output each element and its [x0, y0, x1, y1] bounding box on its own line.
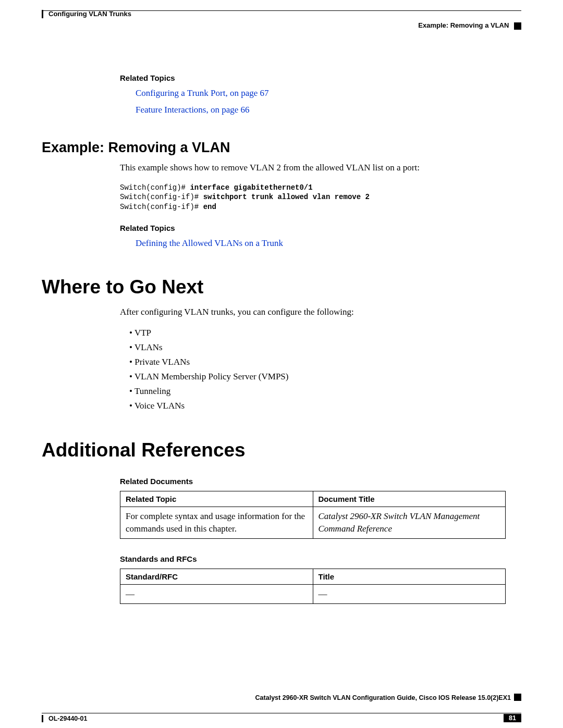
related-topics-heading: Related Topics	[120, 73, 521, 82]
code-prompt-1: Switch(config)#	[120, 183, 190, 192]
code-cmd-3: end	[203, 203, 216, 211]
footer-square-icon	[514, 694, 521, 701]
table-row: — —	[120, 585, 506, 604]
standards-rfcs-table: Standard/RFC Title — —	[120, 569, 506, 604]
list-item: VLANs	[129, 340, 521, 355]
header-section: Example: Removing a VLAN	[418, 21, 521, 30]
header-chapter: Configuring VLAN Trunks	[42, 10, 131, 18]
table-row: For complete syntax and usage informatio…	[120, 507, 506, 539]
where-next-body: After configuring VLAN trunks, you can c…	[120, 305, 521, 414]
td-topic: For complete syntax and usage informatio…	[120, 507, 313, 539]
related-topics-block-1: Related Topics Configuring a Trunk Port,…	[120, 73, 521, 116]
list-item: Private VLANs	[129, 355, 521, 369]
example-intro: This example shows how to remove VLAN 2 …	[120, 161, 521, 175]
page-header: Configuring VLAN Trunks Example: Removin…	[42, 10, 521, 32]
list-item: Voice VLANs	[129, 399, 521, 413]
th-title: Title	[313, 569, 506, 585]
link-configuring-trunk-port[interactable]: Configuring a Trunk Port, on page 67	[136, 87, 521, 100]
list-item: Tunneling	[129, 384, 521, 399]
header-section-text: Example: Removing a VLAN	[418, 21, 509, 29]
heading-where-to-go-next: Where to Go Next	[42, 276, 521, 298]
page: Configuring VLAN Trunks Example: Removin…	[0, 0, 563, 728]
code-cmd-1: interface gigabitethernet0/1	[190, 183, 312, 192]
related-documents-table: Related Topic Document Title For complet…	[120, 491, 506, 539]
code-cmd-2: switchport trunk allowed vlan remove 2	[203, 193, 370, 201]
code-block: Switch(config)# interface gigabitetherne…	[120, 183, 521, 213]
page-footer: Catalyst 2960-XR Switch VLAN Configurati…	[42, 694, 521, 713]
footer-page-number: 81	[504, 714, 521, 722]
related-topics-heading-2: Related Topics	[120, 224, 521, 232]
header-square-icon	[514, 22, 521, 30]
link-defining-allowed-vlans[interactable]: Defining the Allowed VLANs on a Trunk	[136, 237, 521, 250]
th-document-title: Document Title	[313, 491, 506, 507]
td-std: —	[120, 585, 313, 604]
code-prompt-3: Switch(config-if)#	[120, 203, 203, 211]
example-body: This example shows how to remove VLAN 2 …	[120, 161, 521, 250]
footer-doc-number: OL-29440-01	[42, 715, 87, 722]
additional-refs-body: Related Documents Related Topic Document…	[120, 477, 521, 603]
heading-additional-references: Additional References	[42, 439, 521, 461]
list-item: VTP	[129, 326, 521, 340]
heading-example-removing-vlan: Example: Removing a VLAN	[42, 140, 521, 156]
th-standard-rfc: Standard/RFC	[120, 569, 313, 585]
td-doc-title: Catalyst 2960-XR Switch VLAN Management …	[313, 507, 506, 539]
list-item: VLAN Membership Policy Server (VMPS)	[129, 369, 521, 384]
link-feature-interactions[interactable]: Feature Interactions, on page 66	[136, 103, 521, 117]
related-documents-title: Related Documents	[120, 477, 521, 486]
th-related-topic: Related Topic	[120, 491, 313, 507]
table-header-row: Standard/RFC Title	[120, 569, 506, 585]
td-std-title: —	[313, 585, 506, 604]
footer-book-title: Catalyst 2960-XR Switch VLAN Configurati…	[255, 694, 511, 701]
where-next-intro: After configuring VLAN trunks, you can c…	[120, 305, 521, 319]
code-prompt-2: Switch(config-if)#	[120, 193, 203, 201]
table-header-row: Related Topic Document Title	[120, 491, 506, 507]
where-next-list: VTP VLANs Private VLANs VLAN Membership …	[129, 326, 521, 413]
standards-rfcs-title: Standards and RFCs	[120, 554, 521, 563]
